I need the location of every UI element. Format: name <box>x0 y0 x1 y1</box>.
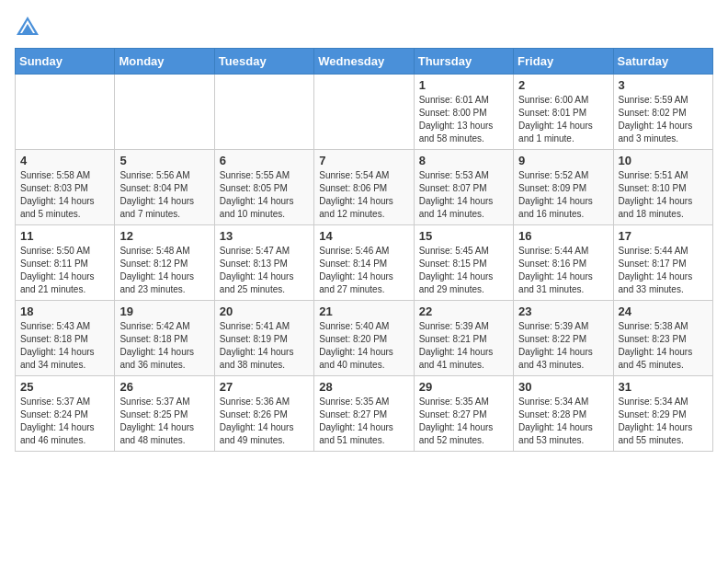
day-number: 21 <box>319 304 408 318</box>
day-number: 22 <box>419 304 508 318</box>
day-info: Sunrise: 5:41 AM Sunset: 8:19 PM Dayligh… <box>220 320 309 372</box>
day-number: 11 <box>20 229 109 243</box>
day-cell: 3Sunrise: 5:59 AM Sunset: 8:02 PM Daylig… <box>613 75 712 150</box>
day-info: Sunrise: 5:48 AM Sunset: 8:12 PM Dayligh… <box>119 245 209 296</box>
day-header-monday: Monday <box>115 49 214 75</box>
logo-icon <box>15 15 40 40</box>
day-header-tuesday: Tuesday <box>214 49 313 75</box>
day-info: Sunrise: 5:34 AM Sunset: 8:29 PM Dayligh… <box>619 396 708 447</box>
day-header-wednesday: Wednesday <box>314 49 414 75</box>
day-cell: 2Sunrise: 6:00 AM Sunset: 8:01 PM Daylig… <box>514 75 613 150</box>
day-info: Sunrise: 5:52 AM Sunset: 8:09 PM Dayligh… <box>518 169 608 221</box>
day-number: 29 <box>419 380 508 394</box>
day-info: Sunrise: 5:35 AM Sunset: 8:27 PM Dayligh… <box>419 396 508 447</box>
day-info: Sunrise: 5:56 AM Sunset: 8:04 PM Dayligh… <box>119 169 209 221</box>
day-cell: 23Sunrise: 5:39 AM Sunset: 8:22 PM Dayli… <box>514 301 613 376</box>
day-cell: 4Sunrise: 5:58 AM Sunset: 8:03 PM Daylig… <box>16 150 115 225</box>
calendar-table: SundayMondayTuesdayWednesdayThursdayFrid… <box>15 48 713 452</box>
day-cell: 12Sunrise: 5:48 AM Sunset: 8:12 PM Dayli… <box>115 225 214 301</box>
day-info: Sunrise: 5:45 AM Sunset: 8:15 PM Dayligh… <box>419 245 508 296</box>
day-number: 28 <box>319 380 408 394</box>
day-info: Sunrise: 5:58 AM Sunset: 8:03 PM Dayligh… <box>20 169 109 221</box>
day-info: Sunrise: 5:37 AM Sunset: 8:24 PM Dayligh… <box>20 396 109 447</box>
day-info: Sunrise: 5:59 AM Sunset: 8:02 PM Dayligh… <box>619 94 708 145</box>
day-info: Sunrise: 6:01 AM Sunset: 8:00 PM Dayligh… <box>419 94 508 145</box>
day-number: 12 <box>119 229 209 243</box>
day-number: 30 <box>518 380 608 394</box>
day-cell: 30Sunrise: 5:34 AM Sunset: 8:28 PM Dayli… <box>514 376 613 452</box>
day-number: 3 <box>619 78 708 92</box>
day-cell: 28Sunrise: 5:35 AM Sunset: 8:27 PM Dayli… <box>314 376 414 452</box>
day-number: 14 <box>319 229 408 243</box>
day-cell <box>214 75 313 150</box>
day-cell: 6Sunrise: 5:55 AM Sunset: 8:05 PM Daylig… <box>214 150 313 225</box>
page-header <box>15 15 713 40</box>
day-number: 6 <box>220 154 309 167</box>
day-info: Sunrise: 5:39 AM Sunset: 8:22 PM Dayligh… <box>518 320 608 372</box>
day-number: 2 <box>518 78 608 92</box>
week-row-2: 4Sunrise: 5:58 AM Sunset: 8:03 PM Daylig… <box>16 150 713 225</box>
day-number: 15 <box>419 229 508 243</box>
day-number: 25 <box>20 380 109 394</box>
day-number: 20 <box>220 304 309 318</box>
day-cell <box>115 75 214 150</box>
day-cell: 22Sunrise: 5:39 AM Sunset: 8:21 PM Dayli… <box>414 301 513 376</box>
day-number: 13 <box>220 229 309 243</box>
day-cell: 27Sunrise: 5:36 AM Sunset: 8:26 PM Dayli… <box>214 376 313 452</box>
day-number: 5 <box>119 154 209 167</box>
day-cell: 20Sunrise: 5:41 AM Sunset: 8:19 PM Dayli… <box>214 301 313 376</box>
day-cell: 31Sunrise: 5:34 AM Sunset: 8:29 PM Dayli… <box>613 376 712 452</box>
day-cell: 10Sunrise: 5:51 AM Sunset: 8:10 PM Dayli… <box>613 150 712 225</box>
day-number: 19 <box>119 304 209 318</box>
day-cell: 17Sunrise: 5:44 AM Sunset: 8:17 PM Dayli… <box>613 225 712 301</box>
day-number: 18 <box>20 304 109 318</box>
day-cell: 25Sunrise: 5:37 AM Sunset: 8:24 PM Dayli… <box>16 376 115 452</box>
day-number: 1 <box>419 78 508 92</box>
day-info: Sunrise: 5:39 AM Sunset: 8:21 PM Dayligh… <box>419 320 508 372</box>
day-number: 17 <box>619 229 708 243</box>
day-cell: 5Sunrise: 5:56 AM Sunset: 8:04 PM Daylig… <box>115 150 214 225</box>
day-info: Sunrise: 5:55 AM Sunset: 8:05 PM Dayligh… <box>220 169 309 221</box>
day-cell: 7Sunrise: 5:54 AM Sunset: 8:06 PM Daylig… <box>314 150 414 225</box>
day-number: 24 <box>619 304 708 318</box>
day-number: 4 <box>20 154 109 167</box>
day-header-saturday: Saturday <box>613 49 712 75</box>
day-header-thursday: Thursday <box>414 49 513 75</box>
day-info: Sunrise: 5:43 AM Sunset: 8:18 PM Dayligh… <box>20 320 109 372</box>
day-cell: 9Sunrise: 5:52 AM Sunset: 8:09 PM Daylig… <box>514 150 613 225</box>
day-cell: 26Sunrise: 5:37 AM Sunset: 8:25 PM Dayli… <box>115 376 214 452</box>
day-number: 8 <box>419 154 508 167</box>
day-cell: 15Sunrise: 5:45 AM Sunset: 8:15 PM Dayli… <box>414 225 513 301</box>
week-row-1: 1Sunrise: 6:01 AM Sunset: 8:00 PM Daylig… <box>16 75 713 150</box>
day-info: Sunrise: 5:38 AM Sunset: 8:23 PM Dayligh… <box>619 320 708 372</box>
day-info: Sunrise: 5:50 AM Sunset: 8:11 PM Dayligh… <box>20 245 109 296</box>
calendar-header-row: SundayMondayTuesdayWednesdayThursdayFrid… <box>16 49 713 75</box>
week-row-5: 25Sunrise: 5:37 AM Sunset: 8:24 PM Dayli… <box>16 376 713 452</box>
day-info: Sunrise: 5:42 AM Sunset: 8:18 PM Dayligh… <box>119 320 209 372</box>
week-row-4: 18Sunrise: 5:43 AM Sunset: 8:18 PM Dayli… <box>16 301 713 376</box>
day-cell: 24Sunrise: 5:38 AM Sunset: 8:23 PM Dayli… <box>613 301 712 376</box>
day-number: 26 <box>119 380 209 394</box>
day-info: Sunrise: 5:53 AM Sunset: 8:07 PM Dayligh… <box>419 169 508 221</box>
logo <box>15 15 44 40</box>
day-info: Sunrise: 5:54 AM Sunset: 8:06 PM Dayligh… <box>319 169 408 221</box>
day-number: 31 <box>619 380 708 394</box>
day-cell: 21Sunrise: 5:40 AM Sunset: 8:20 PM Dayli… <box>314 301 414 376</box>
day-cell: 1Sunrise: 6:01 AM Sunset: 8:00 PM Daylig… <box>414 75 513 150</box>
day-cell: 19Sunrise: 5:42 AM Sunset: 8:18 PM Dayli… <box>115 301 214 376</box>
day-cell: 18Sunrise: 5:43 AM Sunset: 8:18 PM Dayli… <box>16 301 115 376</box>
day-header-friday: Friday <box>514 49 613 75</box>
day-number: 23 <box>518 304 608 318</box>
day-cell: 14Sunrise: 5:46 AM Sunset: 8:14 PM Dayli… <box>314 225 414 301</box>
day-info: Sunrise: 5:37 AM Sunset: 8:25 PM Dayligh… <box>119 396 209 447</box>
day-cell <box>314 75 414 150</box>
day-info: Sunrise: 5:36 AM Sunset: 8:26 PM Dayligh… <box>220 396 309 447</box>
day-cell: 16Sunrise: 5:44 AM Sunset: 8:16 PM Dayli… <box>514 225 613 301</box>
day-info: Sunrise: 5:44 AM Sunset: 8:16 PM Dayligh… <box>518 245 608 296</box>
day-number: 9 <box>518 154 608 167</box>
day-number: 27 <box>220 380 309 394</box>
day-cell: 13Sunrise: 5:47 AM Sunset: 8:13 PM Dayli… <box>214 225 313 301</box>
day-cell: 8Sunrise: 5:53 AM Sunset: 8:07 PM Daylig… <box>414 150 513 225</box>
day-info: Sunrise: 5:46 AM Sunset: 8:14 PM Dayligh… <box>319 245 408 296</box>
day-number: 7 <box>319 154 408 167</box>
